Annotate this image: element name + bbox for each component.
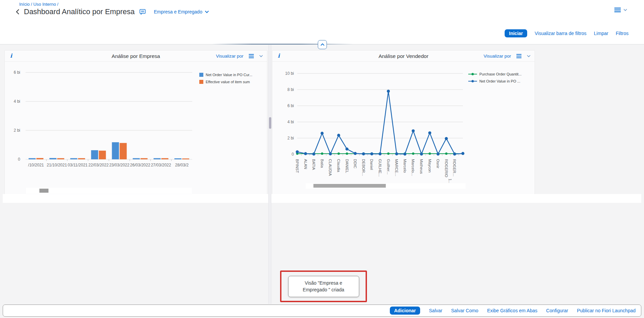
data-point[interactable] [370,152,373,155]
back-icon[interactable] [15,8,21,16]
data-point[interactable] [420,153,423,156]
bar[interactable] [182,158,189,159]
data-point[interactable] [412,129,415,132]
x-axis-category-label: 22/03/2022 [89,163,109,167]
legend-label: Effective value of item sum [206,80,250,84]
legend-item[interactable]: Purchase Order Quantit... [468,72,521,76]
legend-item[interactable]: Effective value of item sum [199,80,252,84]
x-axis-category-label: 28/03/2 [175,163,189,167]
data-point[interactable] [445,137,448,140]
data-point[interactable] [338,153,340,155]
y-axis-tick-label: 4 bi [14,99,20,104]
scrollbar-thumb[interactable] [269,117,271,129]
toast-line: Empregado " criada [303,286,344,293]
bar[interactable] [140,158,147,159]
button-configurar[interactable]: Configurar [546,308,568,313]
vertical-scrollbar[interactable] [268,45,271,304]
chevron-down-icon[interactable] [527,55,531,57]
data-point[interactable] [320,132,324,135]
bar[interactable] [78,158,85,159]
x-axis-category-label: 26/03/2022 [130,163,150,167]
x-axis-category-label: Marcelo [403,159,407,173]
button-limpar[interactable]: Limpar [594,31,608,36]
top-menu-button[interactable] [614,7,627,12]
scrollbar-thumb[interactable] [313,184,386,188]
scrollbar-thumb[interactable] [39,189,48,193]
data-point[interactable] [362,152,365,155]
legend-item[interactable]: Net Order Value in PO Cur... [199,73,252,77]
chart-legend: Net Order Value in PO Cur...Effective va… [199,73,252,84]
data-point[interactable] [403,153,406,156]
chart-menu-icon[interactable] [248,54,254,58]
data-point[interactable] [412,153,414,155]
button-salvar-como[interactable]: Salvar Como [451,308,478,313]
data-point[interactable] [321,153,323,155]
chevron-up-icon [320,43,325,46]
collapse-header-button[interactable] [318,40,327,49]
bar[interactable] [120,143,127,159]
data-point[interactable] [445,153,447,155]
data-point[interactable] [337,134,340,137]
content-bottom-strip [3,194,641,203]
data-point[interactable] [346,153,348,155]
button-iniciar[interactable]: Iniciar [505,29,527,37]
x-axis-category-label: 27/03/2022 [151,163,171,167]
button-visualizar-barra-de-filtros[interactable]: Visualizar barra de filtros [535,31,586,36]
bar[interactable] [99,151,106,159]
y-axis-tick-label: 0 [292,152,294,157]
data-point[interactable] [312,153,315,156]
bar[interactable] [49,158,57,159]
data-point[interactable] [428,131,431,134]
view-by-link[interactable]: Visualizar por [483,54,511,59]
x-axis-category-label: Daniel [370,159,374,170]
chart-menu-icon[interactable] [516,54,522,58]
data-point[interactable] [387,153,389,155]
page-title: Dashboard Analítico por Empresa [24,7,135,16]
data-point[interactable] [395,152,398,155]
view-by-link[interactable]: Visualizar por [216,54,243,59]
bar[interactable] [154,158,161,159]
bar[interactable] [112,142,119,159]
data-point[interactable] [329,152,332,155]
data-point[interactable] [345,148,348,151]
data-point[interactable] [304,152,307,155]
bar[interactable] [174,158,181,159]
legend-label: Net Order Value in PO ... [479,79,520,83]
bar[interactable] [133,158,140,159]
data-point[interactable] [379,152,382,155]
button-publicar-no-fiori-launchpad[interactable]: Publicar no Fiori Launchpad [577,308,636,313]
view-selector[interactable]: Empresa e Empregado [154,9,209,14]
x-axis-category-label: ALAN [304,159,308,169]
data-point[interactable] [437,153,440,156]
toast-line: Visão "Empresa e [305,280,342,286]
y-axis-tick-label: 0 [18,157,20,162]
breadcrumb[interactable]: Início / Uso Interno / [19,2,58,7]
bar[interactable] [70,158,77,159]
button-filtros[interactable]: Filtros [616,31,629,36]
data-point[interactable] [453,153,456,156]
header-separator-highlight [212,44,353,44]
chart-panel-vendedor: i Análise por Vendedor Visualizar por 02… [272,50,535,195]
button-exibe-gráficos-em-abas[interactable]: Exibe Gráficos em Abas [487,308,537,313]
bar[interactable] [57,158,64,159]
data-point[interactable] [462,152,465,155]
bar[interactable] [29,158,36,159]
panel-header: i Análise por Vendedor Visualizar por [272,51,535,62]
annotation-highlight-box: Visão "Empresa e Empregado " criada [280,271,367,302]
bar[interactable] [91,150,98,159]
horizontal-scrollbar[interactable] [26,188,192,194]
data-point[interactable] [387,90,390,93]
data-point[interactable] [296,150,299,153]
horizontal-scrollbar[interactable] [306,183,466,189]
button-adicionar[interactable]: Adicionar [390,307,420,315]
x-axis-category-label: 23/03/2022 [109,163,129,167]
chevron-down-icon[interactable] [259,55,263,57]
bar[interactable] [36,158,43,159]
data-point[interactable] [429,153,431,155]
comment-icon[interactable] [139,9,146,15]
button-salvar[interactable]: Salvar [429,308,442,313]
bar[interactable] [161,158,168,159]
x-axis-category-label: MARCE... [395,159,399,176]
data-point[interactable] [354,152,357,155]
legend-item[interactable]: Net Order Value in PO ... [468,79,521,83]
